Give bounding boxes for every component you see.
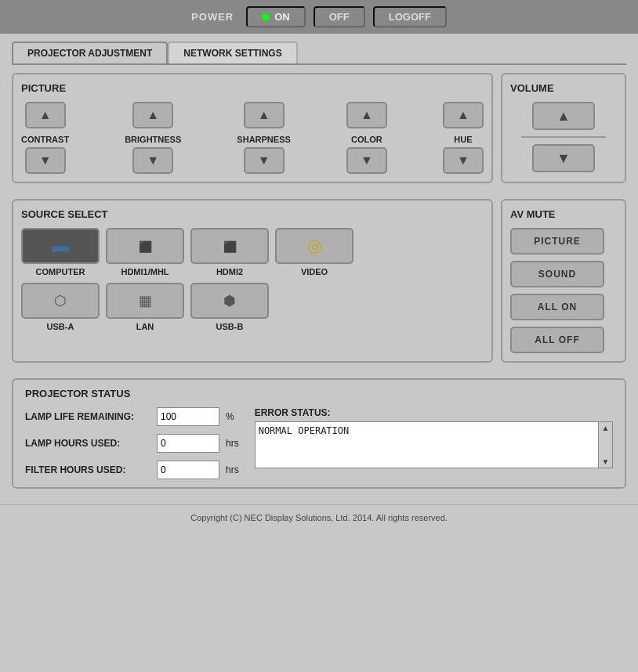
source-hdmi1mhl-button[interactable]: HDMI1/MHL: [106, 228, 184, 276]
volume-down-button[interactable]: [532, 144, 595, 172]
logoff-button[interactable]: LOGOFF: [373, 6, 447, 27]
lamp-life-row: LAMP LIFE REMAINING: %: [25, 407, 239, 426]
sharpness-down-button[interactable]: [244, 147, 285, 174]
source-usbb-button[interactable]: USB-B: [190, 283, 269, 331]
usbb-icon-box: [190, 283, 269, 319]
lan-icon-box: [106, 283, 184, 319]
hdmi1-icon: [139, 238, 152, 255]
hue-up-button[interactable]: [443, 102, 484, 128]
hdmi1-icon-box: [106, 228, 184, 264]
filter-hours-input[interactable]: [157, 461, 219, 479]
usbb-label: USB-B: [216, 322, 244, 331]
down-arrow-icon: [457, 154, 469, 168]
source-row-2: USB-A LAN USB-B: [21, 283, 484, 331]
sharpness-control: SHARPNESS: [237, 102, 290, 174]
vol-down-icon: [556, 150, 571, 167]
scroll-down-arrow[interactable]: ▼: [602, 457, 610, 466]
volume-title: VOLUME: [510, 82, 617, 94]
up-arrow-icon: [39, 108, 52, 122]
source-hdmi2-button[interactable]: HDMI2: [190, 228, 269, 276]
source-computer-button[interactable]: COMPUTER: [21, 228, 100, 276]
hue-down-button[interactable]: [443, 147, 484, 174]
picture-controls: CONTRAST BRIGHTNESS SHARPNESS: [21, 102, 484, 174]
source-video-button[interactable]: VIDEO: [275, 228, 353, 276]
volume-panel: VOLUME: [501, 73, 626, 183]
up-arrow-icon: [457, 108, 469, 122]
sharpness-label: SHARPNESS: [237, 135, 290, 144]
top-bar: POWER ON OFF LOGOFF: [0, 0, 638, 34]
projector-status-panel: PROJECTOR STATUS LAMP LIFE REMAINING: % …: [12, 378, 626, 489]
lamp-hours-label: LAMP HOURS USED:: [25, 438, 150, 449]
off-button[interactable]: OFF: [314, 6, 365, 27]
color-up-button[interactable]: [346, 102, 387, 128]
tabs-row: PROJECTOR ADJUSTMENT NETWORK SETTINGS: [0, 34, 638, 63]
footer: Copyright (C) NEC Display Solutions, Ltd…: [0, 504, 638, 530]
av-sound-button[interactable]: SOUND: [510, 261, 604, 287]
on-button[interactable]: ON: [246, 6, 306, 27]
lamp-hours-input[interactable]: [157, 434, 219, 453]
scroll-up-arrow[interactable]: ▲: [602, 424, 610, 432]
usba-icon-box: [21, 283, 100, 319]
lamp-hours-unit: hrs: [226, 438, 239, 449]
lan-icon: [139, 292, 152, 309]
lamp-life-label: LAMP LIFE REMAINING:: [25, 411, 150, 422]
filter-hours-row: FILTER HOURS USED: hrs: [25, 461, 239, 479]
projector-status-title: PROJECTOR STATUS: [25, 388, 613, 399]
av-mute-controls: PICTURE SOUND ALL ON ALL OFF: [510, 228, 617, 353]
color-label: COLOR: [351, 135, 382, 144]
video-icon: [307, 236, 322, 256]
source-lan-button[interactable]: LAN: [106, 283, 184, 331]
brightness-down-button[interactable]: [132, 147, 173, 174]
up-arrow-icon: [361, 108, 373, 122]
status-right: ERROR STATUS: NORMAL OPERATION ▲ ▼: [255, 407, 613, 479]
up-arrow-icon: [147, 108, 159, 122]
brightness-control: BRIGHTNESS: [125, 102, 181, 174]
av-mute-title: AV MUTE: [510, 208, 617, 220]
av-all-on-button[interactable]: ALL ON: [510, 294, 604, 320]
down-arrow-icon: [39, 154, 52, 168]
picture-panel: PICTURE CONTRAST BRIGHTNESS: [12, 73, 493, 183]
tab-network-settings[interactable]: NETWORK SETTINGS: [168, 42, 297, 63]
error-status-label: ERROR STATUS:: [255, 407, 613, 418]
computer-icon-box: [21, 228, 100, 264]
lamp-life-unit: %: [226, 411, 234, 422]
hdmi2-icon: [223, 238, 237, 255]
source-select-panel: SOURCE SELECT COMPUTER: [12, 199, 493, 363]
av-picture-button[interactable]: PICTURE: [510, 228, 604, 255]
brightness-up-button[interactable]: [132, 102, 173, 128]
lamp-hours-row: LAMP HOURS USED: hrs: [25, 434, 239, 453]
hdmi2-label: HDMI2: [216, 267, 243, 276]
contrast-up-button[interactable]: [25, 102, 66, 128]
av-mute-panel: AV MUTE PICTURE SOUND ALL ON ALL OFF: [501, 199, 626, 363]
av-all-off-button[interactable]: ALL OFF: [510, 327, 604, 353]
status-left: LAMP LIFE REMAINING: % LAMP HOURS USED: …: [25, 407, 239, 479]
status-grid: LAMP LIFE REMAINING: % LAMP HOURS USED: …: [25, 407, 613, 479]
lan-label: LAN: [136, 322, 154, 331]
error-text: NORMAL OPERATION: [256, 422, 598, 468]
tab-projector-adjustment[interactable]: PROJECTOR ADJUSTMENT: [12, 42, 168, 63]
row-source-avmute: SOURCE SELECT COMPUTER: [12, 199, 626, 370]
contrast-control: CONTRAST: [21, 102, 69, 174]
usbb-icon: [223, 292, 236, 309]
lamp-life-input[interactable]: [157, 407, 219, 426]
sharpness-up-button[interactable]: [244, 102, 285, 128]
content-area: PICTURE CONTRAST BRIGHTNESS: [0, 65, 638, 504]
video-label: VIDEO: [301, 267, 328, 276]
color-down-button[interactable]: [346, 147, 387, 174]
source-select-title: SOURCE SELECT: [21, 208, 484, 220]
error-scrollbar: ▲ ▼: [598, 422, 612, 468]
video-icon-box: [275, 228, 353, 264]
source-usba-button[interactable]: USB-A: [21, 283, 100, 331]
footer-text: Copyright (C) NEC Display Solutions, Ltd…: [190, 513, 448, 522]
error-box: NORMAL OPERATION ▲ ▼: [255, 421, 613, 468]
volume-up-button[interactable]: [532, 102, 595, 130]
picture-title: PICTURE: [21, 82, 484, 94]
down-arrow-icon: [361, 154, 373, 168]
computer-label: COMPUTER: [36, 267, 85, 276]
volume-controls: [510, 102, 617, 172]
brightness-label: BRIGHTNESS: [125, 135, 181, 144]
led-green: [262, 13, 270, 21]
hue-control: HUE: [443, 102, 484, 174]
contrast-down-button[interactable]: [25, 147, 66, 174]
filter-hours-label: FILTER HOURS USED:: [25, 464, 150, 475]
